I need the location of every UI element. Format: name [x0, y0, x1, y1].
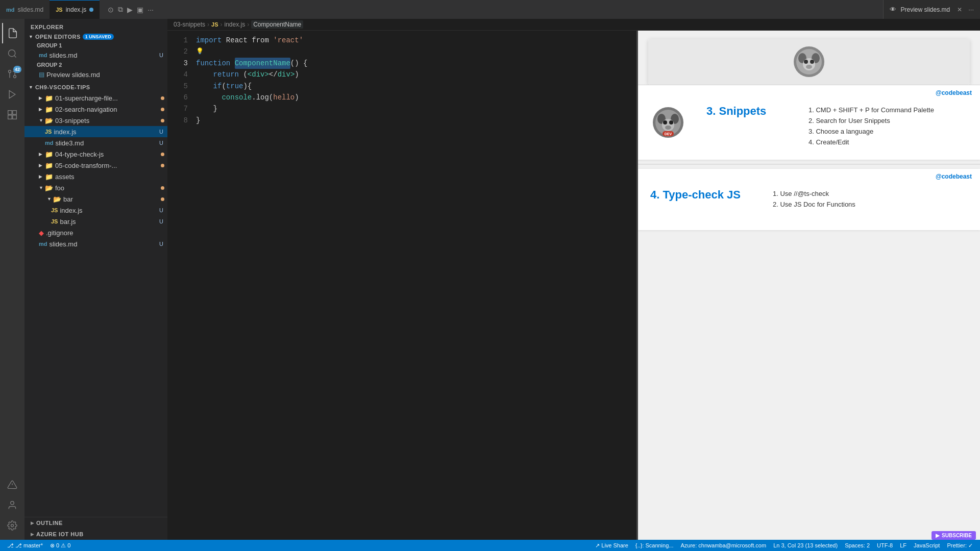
outline-label: OUTLINE — [36, 520, 63, 526]
folder-04-arrow: ▶ — [39, 152, 45, 157]
file-slides-md-root[interactable]: md slides.md U — [24, 238, 167, 249]
folder-05-label: 05-code-transform-... — [55, 162, 161, 169]
workspace-header[interactable]: ▼ CH9-VSCODE-TIPS — [24, 82, 167, 92]
code-editor[interactable]: 1 2 3 4 5 6 7 8 import React from 'react… — [167, 31, 636, 540]
folder-icon-foo: 📂 — [45, 184, 53, 192]
status-ln-col[interactable]: Ln 3, Col 23 (13 selected) — [770, 540, 841, 551]
layout-icon[interactable]: ▣ — [137, 6, 143, 14]
activity-warnings[interactable] — [2, 474, 22, 495]
code-line-3: function ComponentName() { — [196, 58, 606, 69]
folder-03-arrow: ▼ — [39, 118, 45, 123]
source-control-badge: 42 — [13, 66, 21, 73]
slide-4-title: 4. Type-check JS — [650, 188, 752, 202]
tab-slides-label: slides.md — [18, 6, 44, 13]
dot-01 — [161, 96, 164, 100]
file-slide3-md[interactable]: md slide3.md U — [24, 137, 167, 148]
status-spaces[interactable]: Spaces: 2 — [842, 540, 873, 551]
activity-files[interactable] — [2, 23, 22, 43]
dot-03 — [161, 119, 164, 122]
folder-foo[interactable]: ▼ 📂 foo — [24, 182, 167, 193]
azure-iot-section[interactable]: ▶ AZURE IOT HUB — [24, 529, 167, 540]
sidebar: EXPLORER ▼ OPEN EDITORS 1 UNSAVED GROUP … — [24, 19, 167, 540]
subscribe-button[interactable]: ▶ SUBSCRIBE — [932, 531, 976, 540]
svg-point-12 — [11, 524, 14, 527]
sidebar-tree: ▶ 📁 01-supercharge-file... ▶ 📁 02-search… — [24, 92, 167, 517]
folder-01[interactable]: ▶ 📁 01-supercharge-file... — [24, 92, 167, 104]
list-item: 4. Create/Edit — [808, 137, 934, 147]
status-prettier[interactable]: Prettier: ✓ — [944, 540, 976, 551]
breadcrumb-part-3[interactable]: ComponentName — [251, 20, 303, 29]
svg-point-28 — [665, 126, 671, 130]
activity-settings[interactable] — [2, 515, 22, 536]
slide-4-body: 4. Type-check JS 1. Use //@ts-check 2. U… — [638, 182, 980, 230]
md-icon-slides-root: md — [39, 241, 47, 247]
spaces-label: Spaces: 2 — [845, 542, 870, 548]
open-file-preview[interactable]: ▤ Preview slides.md — [24, 69, 167, 80]
code-line-7: } — [196, 103, 606, 114]
folder-assets[interactable]: ▶ 📁 assets — [24, 171, 167, 182]
outline-section[interactable]: ▶ OUTLINE — [24, 517, 167, 529]
slide-3-title: 3. Snippets — [706, 105, 788, 118]
u-badge-slide3: U — [159, 140, 167, 146]
status-scanning[interactable]: {..}: Scanning... — [632, 540, 677, 551]
status-azure[interactable]: Azure: chnwamba@microsoft.com — [677, 540, 769, 551]
activity-search[interactable] — [2, 43, 22, 64]
js-file-icon-03: JS — [45, 129, 52, 135]
close-preview-icon[interactable]: ✕ — [957, 6, 962, 13]
play-icon[interactable]: ▶ — [127, 6, 133, 14]
run-icon[interactable]: ⊙ — [108, 6, 114, 14]
code-line-8: } — [196, 115, 606, 126]
folder-bar[interactable]: ▼ 📂 bar — [24, 193, 167, 205]
preview-content[interactable]: @codebeast — [638, 31, 980, 540]
slide-card-4: @codebeast 4. Type-check JS 1. Use //@ts… — [638, 169, 980, 230]
activity-run[interactable] — [2, 84, 22, 105]
language-label: JavaScript — [914, 542, 940, 548]
js-file-icon-bar: JS — [51, 207, 58, 213]
activity-extensions[interactable] — [2, 105, 22, 125]
folder-03[interactable]: ▼ 📂 03-snippets — [24, 115, 167, 126]
file-index-js-bar[interactable]: JS index.js U — [24, 205, 167, 216]
preview-file-icon: ▤ — [39, 71, 44, 78]
open-editors-header[interactable]: ▼ OPEN EDITORS 1 UNSAVED — [24, 32, 167, 41]
u-badge-bar: U — [159, 207, 167, 213]
azure-arrow: ▶ — [31, 532, 34, 537]
breadcrumb-part-2[interactable]: index.js — [225, 21, 246, 28]
list-item: 2. Search for User Snippets — [808, 115, 934, 126]
file-gitignore[interactable]: ◆ .gitignore — [24, 227, 167, 238]
open-editors-arrow: ▼ — [29, 34, 33, 39]
svg-marker-4 — [9, 91, 15, 98]
breadcrumb-part-1[interactable]: JS — [211, 21, 218, 28]
tab-slides-md[interactable]: md slides.md — [0, 0, 50, 19]
tab-index-js[interactable]: JS index.js — [50, 0, 100, 19]
folder-05[interactable]: ▶ 📁 05-code-transform-... — [24, 160, 167, 171]
status-language[interactable]: JavaScript — [911, 540, 943, 551]
more-icon[interactable]: ··· — [148, 6, 154, 14]
folder-04[interactable]: ▶ 📁 04-type-check-js — [24, 148, 167, 160]
activity-source-control[interactable]: 42 — [2, 64, 22, 84]
preview-more-icon[interactable]: ··· — [968, 6, 974, 13]
raccoon-icon-top — [791, 44, 827, 80]
slides-md-root-label: slides.md — [50, 240, 160, 248]
status-live-share[interactable]: ↗ Live Share — [592, 540, 631, 551]
folder-icon-assets: 📁 — [45, 173, 53, 181]
split-icon[interactable]: ⧉ — [118, 5, 123, 14]
status-encoding[interactable]: UTF-8 — [874, 540, 896, 551]
slide-3-number-col: 3. Snippets — [706, 105, 788, 118]
code-line-6: console.log(hello) — [196, 92, 606, 103]
folder-05-arrow: ▶ — [39, 163, 45, 168]
breadcrumb-part-0[interactable]: 03-snippets — [174, 21, 205, 28]
list-item: 1. Use //@ts-check — [773, 188, 855, 199]
open-file-slides[interactable]: md slides.md U — [24, 49, 167, 61]
bar-js-label: bar.js — [60, 218, 159, 226]
status-branch[interactable]: ⎇ ⎇ master* — [4, 540, 46, 551]
file-index-js-03[interactable]: JS index.js U — [24, 126, 167, 137]
status-errors[interactable]: ⊗ 0 ⚠ 0 — [47, 540, 74, 551]
folder-02[interactable]: ▶ 📁 02-search-navigation — [24, 104, 167, 115]
status-eol[interactable]: LF — [897, 540, 910, 551]
folder-assets-arrow: ▶ — [39, 174, 45, 179]
workspace-arrow: ▼ — [29, 85, 33, 90]
file-bar-js[interactable]: JS bar.js U — [24, 216, 167, 227]
activity-accounts[interactable] — [2, 495, 22, 515]
preview-panel: @codebeast — [638, 31, 980, 540]
preview-tab-label[interactable]: 👁 Preview slides.md ✕ — [890, 6, 962, 13]
